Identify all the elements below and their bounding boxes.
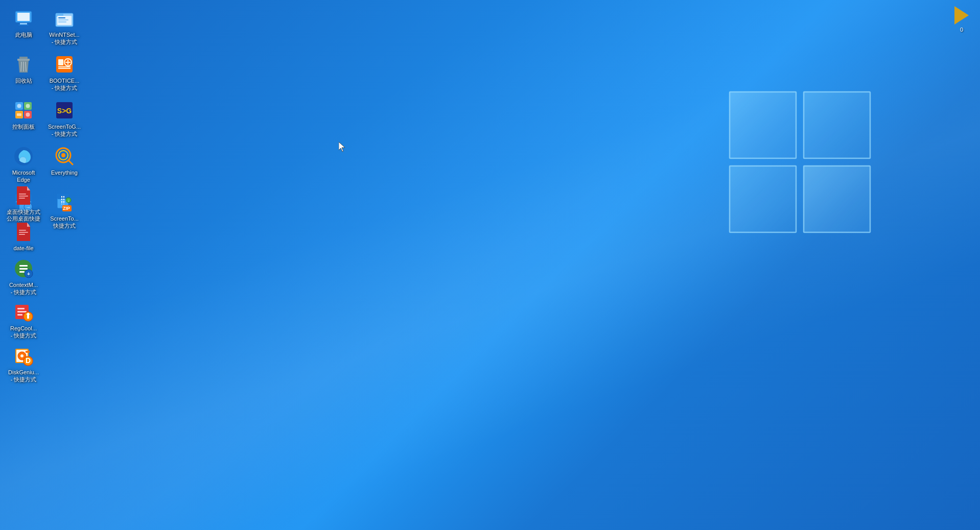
svg-rect-60 <box>19 265 28 267</box>
svg-rect-58 <box>19 234 25 235</box>
svg-rect-61 <box>19 268 28 270</box>
recyclebin-icon <box>13 54 34 75</box>
badge-count: 0 <box>960 27 963 33</box>
svg-point-39 <box>61 153 65 157</box>
notification-area[interactable]: 0 <box>953 5 970 33</box>
svg-rect-13 <box>58 21 66 22</box>
zhuomian-label: 桌面快捷方式 <box>7 208 40 215</box>
svg-point-31 <box>26 104 30 108</box>
desktop-icon-bootice[interactable]: BOOTICE...- 快捷方式 <box>45 50 84 96</box>
desktop-icon-screentogo1[interactable]: S>G ScreenToG...- 快捷方式 <box>45 96 84 142</box>
desktop-icon-recyclebin[interactable]: 回收站 <box>4 50 43 96</box>
svg-rect-11 <box>58 17 65 18</box>
svg-rect-53 <box>19 194 26 195</box>
svg-rect-20 <box>58 59 63 65</box>
date-file-icon <box>13 222 34 242</box>
everything-icon <box>54 146 75 166</box>
svg-rect-68 <box>17 314 22 316</box>
winntsetup-icon <box>54 8 75 29</box>
desktop-icon-everything[interactable]: Everything <box>45 142 84 188</box>
svg-rect-12 <box>58 19 68 20</box>
svg-rect-54 <box>19 196 28 197</box>
svg-rect-15 <box>17 59 30 61</box>
svg-rect-3 <box>804 166 870 232</box>
svg-text:D: D <box>26 356 31 365</box>
svg-rect-6 <box>20 23 27 25</box>
svg-text:ZIP: ZIP <box>63 206 70 211</box>
screentogo2-label: ScreenTo...快捷方式 <box>50 215 79 230</box>
svg-point-30 <box>17 104 21 108</box>
desktop-icon-date[interactable]: date-file <box>4 218 43 254</box>
svg-point-73 <box>20 354 24 357</box>
svg-text:↓: ↓ <box>67 198 69 203</box>
regcool-label: RegCool...- 快捷方式 <box>10 325 37 340</box>
controlpanel-icon <box>13 100 34 121</box>
svg-rect-21 <box>58 66 71 67</box>
desktop-icon-winntsetup[interactable]: WinNTSet...- 快捷方式 <box>45 4 84 50</box>
desktop-icon-regcool[interactable]: RegCool...- 快捷方式 <box>4 298 43 342</box>
file-red-icon <box>13 185 34 206</box>
context-icon: + <box>13 258 34 279</box>
computer-label: 此电脑 <box>15 31 32 38</box>
svg-rect-32 <box>17 113 21 116</box>
svg-rect-55 <box>19 198 25 199</box>
svg-rect-66 <box>17 308 25 309</box>
svg-rect-14 <box>19 57 28 59</box>
recyclebin-label: 回收站 <box>15 77 32 84</box>
svg-rect-56 <box>19 230 26 231</box>
windows-logo <box>725 87 878 301</box>
svg-text:S>G: S>G <box>57 107 72 115</box>
svg-rect-1 <box>804 92 870 158</box>
svg-rect-62 <box>19 271 25 273</box>
svg-line-40 <box>68 160 73 164</box>
svg-rect-67 <box>17 311 27 312</box>
winntsetup-label: WinNTSet...- 快捷方式 <box>49 31 79 46</box>
svg-rect-2 <box>730 166 796 232</box>
desktop-single-column: 桌面快捷方式 date-file + Context <box>4 181 43 385</box>
bootice-label: BOOTICE...- 快捷方式 <box>50 77 80 92</box>
desktop-icon-diskgenius[interactable]: D DiskGeniu...- 快捷方式 <box>4 342 43 386</box>
svg-rect-7 <box>18 25 29 26</box>
svg-point-33 <box>26 113 30 117</box>
desktop-icon-controlpanel[interactable]: 控制面板 <box>4 96 43 142</box>
controlpanel-label: 控制面板 <box>12 123 35 130</box>
screentogo1-label: ScreenToG...- 快捷方式 <box>48 123 81 138</box>
everything-label: Everything <box>51 169 78 176</box>
svg-rect-5 <box>17 13 30 21</box>
svg-rect-22 <box>58 68 71 69</box>
registry-icon <box>13 302 34 322</box>
svg-line-18 <box>26 62 26 71</box>
date-label: date-file <box>13 245 33 252</box>
svg-rect-57 <box>19 232 28 233</box>
desktop-icon-my-computer[interactable]: 此电脑 <box>4 4 43 50</box>
svg-rect-74 <box>26 351 30 353</box>
contextmenu-label: ContextM...- 快捷方式 <box>9 281 38 296</box>
bootice-icon <box>54 54 75 75</box>
desktop-icon-contextmenu[interactable]: + ContextM...- 快捷方式 <box>4 254 43 298</box>
arrow-icon <box>953 5 970 26</box>
disk-icon: D <box>13 346 34 366</box>
edge-icon <box>13 146 34 166</box>
diskgenius-label: DiskGeniu...- 快捷方式 <box>8 369 39 383</box>
computer-icon <box>13 8 34 29</box>
svg-rect-0 <box>730 92 796 158</box>
svg-text:+: + <box>27 271 30 277</box>
sg-icon: S>G <box>54 100 75 121</box>
svg-line-16 <box>21 62 21 71</box>
desktop-icon-zhuomian[interactable]: 桌面快捷方式 <box>4 181 43 218</box>
desktop-icon-screentogo2[interactable]: ZIP ↓ ScreenTo...快捷方式 <box>45 188 84 234</box>
zip-icon: ZIP ↓ <box>54 192 75 212</box>
